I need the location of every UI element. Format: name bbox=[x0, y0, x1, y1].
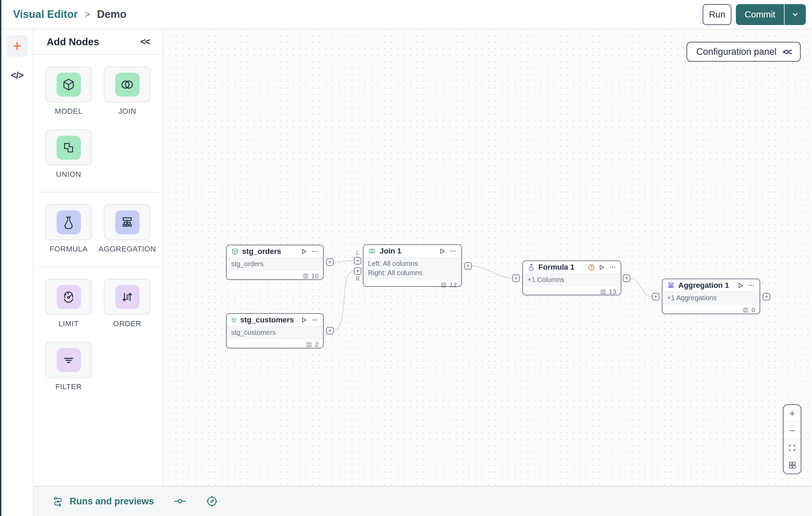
tile-join[interactable]: JOIN bbox=[104, 66, 151, 116]
tile-order[interactable]: ORDER bbox=[104, 279, 151, 328]
canvas-zoom-controls: + − bbox=[783, 404, 801, 474]
plus-icon: + bbox=[13, 37, 22, 54]
tile-label: JOIN bbox=[118, 107, 136, 116]
join-icon bbox=[368, 247, 376, 255]
node-body-line: Left: All columns bbox=[368, 259, 457, 268]
bottom-bar: Runs and previews bbox=[34, 486, 812, 516]
navigator-compass-button[interactable] bbox=[206, 495, 218, 507]
tile-label: LIMIT bbox=[59, 319, 79, 328]
git-commit-icon bbox=[174, 497, 186, 506]
order-sort-icon bbox=[120, 290, 134, 304]
node-run-button[interactable] bbox=[737, 282, 744, 289]
columns-icon bbox=[600, 288, 607, 295]
port-join-right-input[interactable]: + bbox=[354, 267, 361, 275]
port-stg-orders-output[interactable]: + bbox=[326, 258, 334, 266]
node-stg-customers[interactable]: stg_customers stg_customers 2 bbox=[226, 313, 324, 348]
fit-view-button[interactable] bbox=[784, 439, 801, 456]
compass-icon bbox=[206, 495, 218, 507]
join-right-input-label: R bbox=[356, 276, 360, 282]
node-menu-button[interactable] bbox=[609, 264, 616, 271]
commit-dropdown-button[interactable] bbox=[785, 4, 806, 25]
node-aggregation-1[interactable]: Aggregation 1 +1 Aggregations 0 bbox=[662, 279, 760, 314]
ellipsis-icon bbox=[748, 282, 755, 289]
code-icon: </> bbox=[11, 70, 23, 81]
node-menu-button[interactable] bbox=[311, 248, 319, 255]
port-join-output[interactable]: + bbox=[464, 262, 472, 270]
code-view-button[interactable]: </> bbox=[11, 70, 23, 81]
node-title: Formula 1 bbox=[538, 263, 574, 272]
join-left-input-label: L bbox=[356, 250, 359, 256]
zoom-in-button[interactable]: + bbox=[784, 405, 801, 422]
node-stg-orders[interactable]: stg_orders stg_orders 10 bbox=[226, 245, 324, 280]
node-body-line: Right: All columns bbox=[368, 268, 457, 278]
node-formula-1[interactable]: Formula 1 +1 Columns 13 bbox=[522, 260, 621, 295]
panel-collapse-button[interactable]: << bbox=[140, 36, 150, 47]
tile-model[interactable]: MODEL bbox=[45, 66, 92, 116]
breadcrumb-separator-icon: > bbox=[85, 9, 90, 20]
tile-aggregation[interactable]: AGGREGATION bbox=[104, 204, 151, 254]
tile-label: ORDER bbox=[113, 319, 141, 328]
port-formula-output[interactable]: + bbox=[623, 274, 630, 282]
node-body-line: +1 Columns bbox=[527, 275, 616, 284]
runs-and-previews-tab[interactable]: Runs and previews bbox=[52, 496, 154, 507]
configuration-panel-button[interactable]: Configuration panel << bbox=[686, 42, 801, 62]
cube-icon bbox=[231, 248, 239, 255]
tile-label: UNION bbox=[56, 170, 81, 179]
play-icon bbox=[301, 248, 308, 255]
tile-union[interactable]: UNION bbox=[45, 130, 92, 179]
node-run-button[interactable] bbox=[301, 317, 308, 323]
breadcrumb-visual-editor[interactable]: Visual Editor bbox=[13, 8, 78, 21]
column-count: 10 bbox=[311, 272, 319, 280]
limit-gauge-icon bbox=[62, 290, 75, 304]
edge-orders-to-join-left bbox=[334, 261, 354, 262]
add-nodes-panel: Add Nodes << MODEL JOIN UNION bbox=[34, 29, 163, 486]
zoom-out-button[interactable]: − bbox=[784, 422, 801, 439]
tile-label: FILTER bbox=[55, 382, 82, 391]
node-body-line: stg_orders bbox=[231, 259, 319, 269]
port-formula-input[interactable]: + bbox=[512, 274, 520, 282]
flask-icon bbox=[62, 216, 75, 229]
tile-formula[interactable]: FORMULA bbox=[45, 204, 92, 254]
runs-and-previews-label: Runs and previews bbox=[70, 496, 154, 507]
run-button[interactable]: Run bbox=[703, 4, 731, 25]
port-aggregation-output[interactable]: + bbox=[763, 293, 770, 300]
columns-icon bbox=[306, 341, 312, 348]
breadcrumb: Visual Editor > Demo bbox=[13, 8, 127, 21]
commit-history-button[interactable] bbox=[174, 497, 186, 506]
node-menu-button[interactable] bbox=[748, 282, 755, 289]
node-run-button[interactable] bbox=[598, 264, 605, 271]
node-run-button[interactable] bbox=[301, 248, 308, 255]
port-aggregation-input[interactable]: + bbox=[652, 293, 659, 300]
add-nodes-title: Add Nodes bbox=[47, 36, 99, 48]
edge-customers-to-join-right bbox=[334, 271, 354, 331]
column-count: 2 bbox=[315, 341, 319, 348]
commit-split-button: Commit bbox=[736, 4, 806, 25]
configuration-panel-label: Configuration panel bbox=[696, 47, 776, 57]
cube-icon bbox=[62, 78, 75, 91]
zoom-out-icon: − bbox=[789, 425, 795, 437]
node-tile-group-shape: LIMIT ORDER FILTER bbox=[34, 267, 163, 391]
columns-icon bbox=[302, 273, 309, 280]
node-run-button[interactable] bbox=[439, 248, 446, 255]
left-icon-rail: + </> bbox=[1, 29, 34, 516]
tile-filter[interactable]: FILTER bbox=[45, 342, 92, 391]
node-body-line: +1 Aggregations bbox=[667, 293, 755, 303]
commit-button[interactable]: Commit bbox=[736, 4, 785, 25]
grid-view-button[interactable] bbox=[784, 456, 801, 474]
chevron-down-icon bbox=[791, 10, 800, 19]
pipeline-canvas[interactable]: Configuration panel << stg_orders stg_or… bbox=[163, 29, 812, 486]
node-menu-button[interactable] bbox=[449, 248, 457, 255]
node-menu-button[interactable] bbox=[311, 317, 319, 323]
add-node-button[interactable]: + bbox=[7, 35, 28, 57]
breadcrumb-current: Demo bbox=[97, 8, 127, 21]
node-join-1[interactable]: Join 1 Left: All columns Right: All colu… bbox=[363, 244, 462, 287]
node-warning-button[interactable] bbox=[588, 264, 595, 271]
node-tile-group-sources: MODEL JOIN UNION bbox=[34, 55, 163, 179]
tile-limit[interactable]: LIMIT bbox=[45, 279, 92, 328]
port-join-left-input[interactable]: + bbox=[354, 257, 361, 265]
tile-label: FORMULA bbox=[49, 245, 87, 254]
port-stg-customers-output[interactable]: + bbox=[326, 327, 334, 334]
join-icon bbox=[120, 78, 135, 91]
columns-icon bbox=[742, 307, 749, 314]
play-icon bbox=[737, 282, 744, 289]
